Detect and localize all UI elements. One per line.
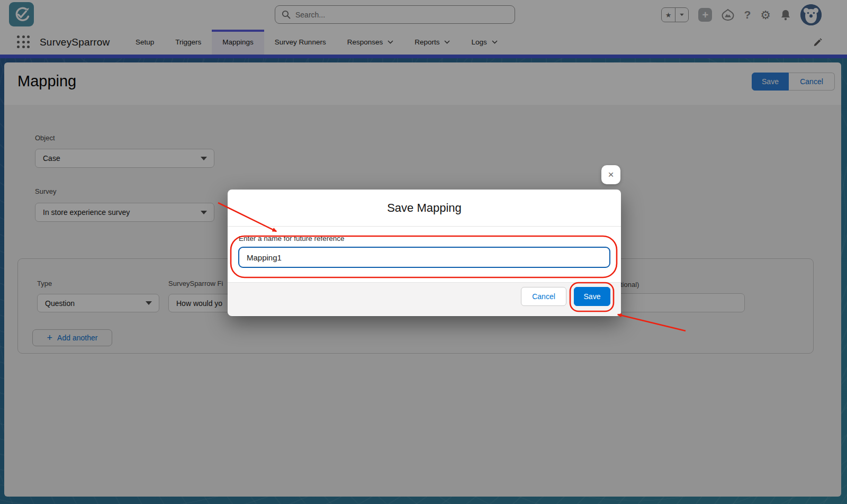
- screen: ★ + ? ⚙: [0, 0, 847, 504]
- mapping-name-input[interactable]: [238, 247, 610, 268]
- modal-footer: Cancel Save: [228, 282, 621, 316]
- save-mapping-modal: Save Mapping Enter a name for future ref…: [228, 190, 621, 316]
- mapping-name-label: Enter a name for future reference: [239, 235, 345, 242]
- close-icon: ×: [608, 169, 614, 181]
- modal-cancel-button[interactable]: Cancel: [521, 287, 566, 306]
- modal-close-button[interactable]: ×: [601, 165, 620, 184]
- modal-title: Save Mapping: [387, 201, 462, 215]
- modal-body: Enter a name for future reference: [228, 227, 621, 282]
- modal-save-button[interactable]: Save: [574, 287, 610, 306]
- modal-header: Save Mapping: [228, 190, 621, 227]
